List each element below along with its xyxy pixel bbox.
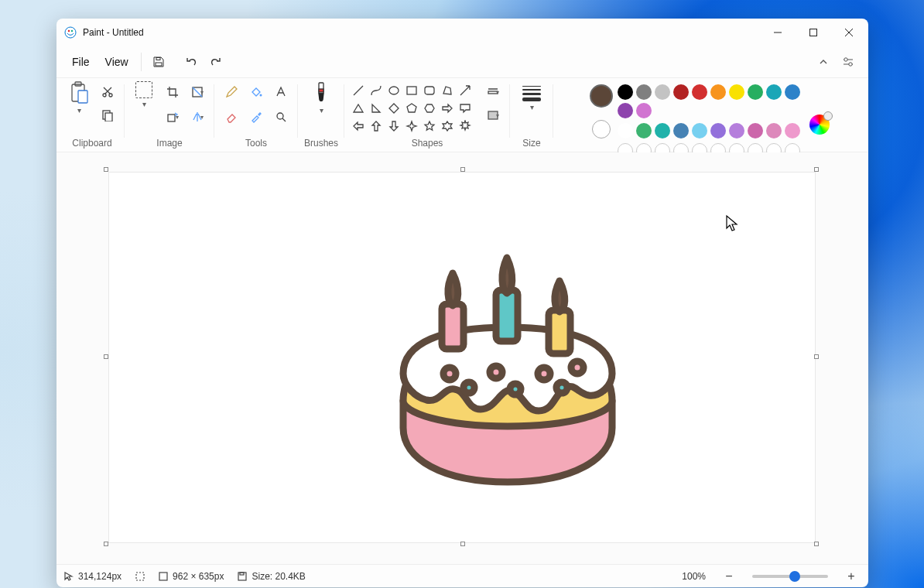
- crop-button[interactable]: [162, 81, 183, 103]
- color-swatch[interactable]: [618, 123, 633, 138]
- close-button[interactable]: [831, 19, 867, 46]
- shape-outline-button[interactable]: ▾: [482, 81, 504, 103]
- shape-arrow-up[interactable]: [368, 118, 384, 134]
- resize-handle[interactable]: [104, 167, 108, 172]
- collapse-ribbon-button[interactable]: [811, 50, 836, 74]
- color-swatch[interactable]: [710, 123, 726, 138]
- resize-handle[interactable]: [460, 542, 465, 546]
- redo-button[interactable]: [204, 50, 228, 74]
- color-swatch[interactable]: [655, 84, 670, 100]
- shape-hexagon[interactable]: [422, 101, 437, 116]
- cut-button[interactable]: [97, 81, 118, 103]
- shape-star6[interactable]: [440, 118, 455, 134]
- color-swatch[interactable]: [673, 123, 689, 138]
- color-swatch[interactable]: [729, 84, 744, 100]
- zoom-out-button[interactable]: −: [720, 570, 738, 583]
- shape-star4[interactable]: [404, 118, 419, 134]
- color-swatch[interactable]: [710, 84, 726, 100]
- pencil-tool[interactable]: [221, 81, 242, 103]
- svg-rect-13: [78, 91, 87, 103]
- rotate-button[interactable]: ▾: [162, 106, 183, 128]
- color-swatch[interactable]: [636, 84, 652, 100]
- brush-picker[interactable]: ▾: [308, 81, 334, 115]
- resize-button[interactable]: ▾: [187, 81, 208, 103]
- select-button[interactable]: ▾: [131, 81, 157, 108]
- paint-app-icon: [64, 26, 77, 39]
- color-swatch[interactable]: [766, 84, 782, 100]
- shape-roundrect[interactable]: [422, 83, 437, 98]
- shape-pentagon[interactable]: [404, 101, 419, 116]
- resize-handle[interactable]: [814, 354, 819, 359]
- flip-button[interactable]: ▾: [187, 106, 208, 128]
- shape-line[interactable]: [351, 83, 366, 98]
- shape-polygon[interactable]: [440, 83, 455, 98]
- svg-point-21: [277, 113, 283, 119]
- color-swatch[interactable]: [692, 84, 707, 100]
- text-tool[interactable]: [270, 81, 292, 103]
- color-2-swatch[interactable]: [592, 120, 611, 138]
- save-button[interactable]: [146, 50, 171, 74]
- canvas[interactable]: [109, 173, 815, 542]
- svg-rect-39: [549, 310, 570, 354]
- resize-handle[interactable]: [814, 542, 819, 546]
- shapes-gallery[interactable]: [351, 81, 473, 134]
- zoom-in-button[interactable]: +: [842, 570, 861, 583]
- shape-star5[interactable]: [422, 118, 437, 134]
- color-picker-tool[interactable]: [245, 106, 267, 128]
- shape-fill-button[interactable]: ▾: [482, 104, 504, 126]
- fill-tool[interactable]: [245, 81, 267, 103]
- shape-oval[interactable]: [386, 83, 402, 98]
- shape-triangle[interactable]: [351, 101, 366, 116]
- color-swatch[interactable]: [785, 123, 800, 138]
- resize-handle[interactable]: [460, 167, 465, 172]
- shape-right-triangle[interactable]: [368, 101, 384, 116]
- shape-diamond[interactable]: [386, 101, 402, 116]
- color-swatch[interactable]: [636, 123, 652, 138]
- color-swatch[interactable]: [636, 103, 652, 118]
- shape-burst[interactable]: [457, 118, 473, 134]
- resize-handle[interactable]: [104, 354, 108, 359]
- magnifier-tool[interactable]: [270, 106, 292, 128]
- color-1-swatch[interactable]: [590, 84, 613, 108]
- minimize-button[interactable]: [760, 19, 796, 46]
- status-filesize: Size: 20.4KB: [238, 571, 305, 582]
- chevron-down-icon: ▾: [77, 106, 81, 115]
- resize-handle[interactable]: [104, 542, 108, 546]
- edit-colors-button[interactable]: [809, 115, 830, 135]
- settings-button[interactable]: [836, 50, 861, 74]
- shape-curve[interactable]: [368, 83, 384, 98]
- zoom-slider[interactable]: [752, 575, 828, 578]
- undo-button[interactable]: [179, 50, 204, 74]
- menu-view[interactable]: View: [98, 51, 136, 73]
- color-swatch[interactable]: [748, 123, 763, 138]
- shape-callout[interactable]: [457, 101, 473, 116]
- color-swatch[interactable]: [729, 123, 744, 138]
- shape-arrow[interactable]: [457, 83, 473, 98]
- svg-point-9: [844, 58, 847, 61]
- eraser-tool[interactable]: [221, 106, 242, 128]
- color-swatch[interactable]: [785, 84, 800, 100]
- color-swatch[interactable]: [655, 123, 670, 138]
- shape-rect[interactable]: [404, 83, 419, 98]
- shape-arrow-down[interactable]: [386, 118, 402, 134]
- size-picker[interactable]: ▾: [516, 81, 547, 111]
- color-swatch[interactable]: [673, 84, 689, 100]
- resize-handle[interactable]: [814, 167, 819, 172]
- svg-point-0: [65, 27, 76, 38]
- svg-rect-43: [240, 573, 244, 575]
- line-weights-icon: [522, 86, 541, 101]
- svg-point-14: [103, 94, 106, 97]
- color-swatch[interactable]: [766, 123, 782, 138]
- color-swatch[interactable]: [618, 103, 633, 118]
- color-swatch[interactable]: [748, 84, 763, 100]
- shape-arrow-left[interactable]: [351, 118, 366, 134]
- color-swatch[interactable]: [692, 123, 707, 138]
- svg-rect-17: [105, 113, 112, 121]
- svg-rect-7: [156, 63, 162, 66]
- copy-button[interactable]: [97, 104, 118, 126]
- color-swatch[interactable]: [618, 84, 633, 100]
- paste-button[interactable]: ▾: [66, 81, 92, 115]
- maximize-button[interactable]: [796, 19, 831, 46]
- shape-arrow-right[interactable]: [440, 101, 455, 116]
- menu-file[interactable]: File: [64, 51, 98, 73]
